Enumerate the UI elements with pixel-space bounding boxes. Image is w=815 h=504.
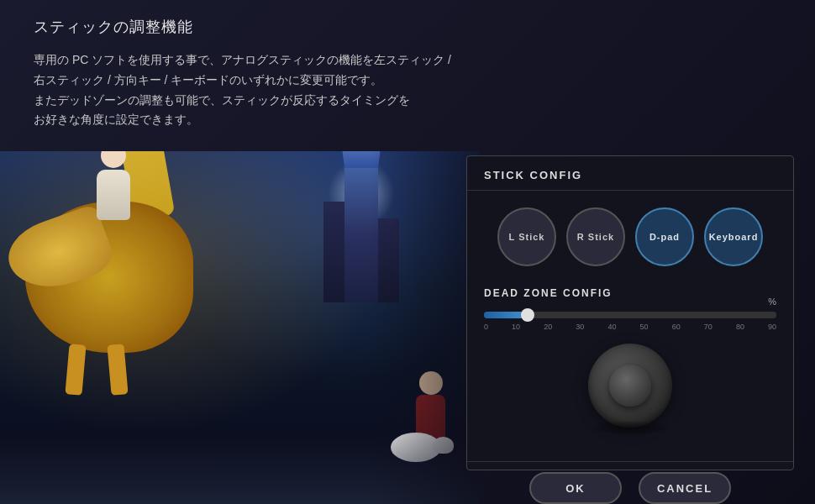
ok-button[interactable]: OK bbox=[529, 472, 622, 504]
slider-container: % 0 10 20 30 40 50 60 70 80 90 bbox=[484, 312, 776, 331]
cancel-button[interactable]: CANCEL bbox=[639, 472, 731, 504]
tick-10: 10 bbox=[512, 323, 520, 331]
dialog-title: STICK CONFIG bbox=[467, 156, 793, 191]
tick-50: 50 bbox=[640, 323, 649, 331]
joystick-visual bbox=[484, 344, 776, 428]
scene-bg bbox=[0, 151, 479, 504]
desc-line4: お好きな角度に設定できます。 bbox=[34, 113, 198, 126]
d-pad-button[interactable]: D-pad bbox=[635, 207, 694, 266]
keyboard-button[interactable]: Keyboard bbox=[704, 207, 763, 266]
l-stick-button[interactable]: L Stick bbox=[497, 207, 556, 266]
slider-track bbox=[484, 312, 776, 318]
stick-config-dialog: STICK CONFIG L Stick R Stick D-pad Keybo… bbox=[466, 155, 794, 470]
tick-20: 20 bbox=[544, 323, 552, 331]
tick-70: 70 bbox=[704, 323, 712, 331]
joystick-shadow bbox=[592, 422, 668, 434]
desc-line3: またデッドゾーンの調整も可能で、スティックが反応するタイミングを bbox=[34, 93, 410, 107]
deadzone-label: DEAD ZONE CONFIG bbox=[484, 287, 776, 299]
tick-90: 90 bbox=[768, 323, 776, 331]
main-title: スティックの調整機能 bbox=[34, 17, 798, 37]
tick-30: 30 bbox=[576, 323, 584, 331]
tick-80: 80 bbox=[736, 323, 744, 331]
stick-button-group: L Stick R Stick D-pad Keyboard bbox=[484, 207, 776, 266]
game-scene bbox=[0, 151, 479, 504]
tick-40: 40 bbox=[607, 323, 616, 331]
percent-label: % bbox=[768, 297, 776, 307]
tick-0: 0 bbox=[484, 323, 488, 331]
chocobo bbox=[25, 202, 193, 353]
r-stick-button[interactable]: R Stick bbox=[566, 207, 625, 266]
castle bbox=[311, 168, 412, 336]
dialog-buttons: OK CANCEL bbox=[467, 461, 793, 504]
ground-fog bbox=[0, 437, 479, 504]
description-text: 専用の PC ソフトを使用する事で、アナログスティックの機能を左スティック / … bbox=[34, 50, 798, 130]
desc-line2: 右スティック / 方向キー / キーボードのいずれかに変更可能です。 bbox=[34, 73, 382, 87]
dialog-body: L Stick R Stick D-pad Keyboard DEAD ZONE… bbox=[467, 191, 793, 461]
joystick-base bbox=[588, 344, 672, 428]
slider-thumb[interactable] bbox=[521, 308, 534, 322]
page-wrapper: スティックの調整機能 専用の PC ソフトを使用する事で、アナログスティックの機… bbox=[0, 0, 815, 504]
text-area: スティックの調整機能 専用の PC ソフトを使用する事で、アナログスティックの機… bbox=[34, 17, 798, 130]
tick-60: 60 bbox=[672, 323, 681, 331]
desc-line1: 専用の PC ソフトを使用する事で、アナログスティックの機能を左スティック / bbox=[34, 53, 451, 66]
joystick-stick bbox=[609, 365, 651, 407]
slider-ticks: 0 10 20 30 40 50 60 70 80 90 bbox=[484, 323, 776, 331]
